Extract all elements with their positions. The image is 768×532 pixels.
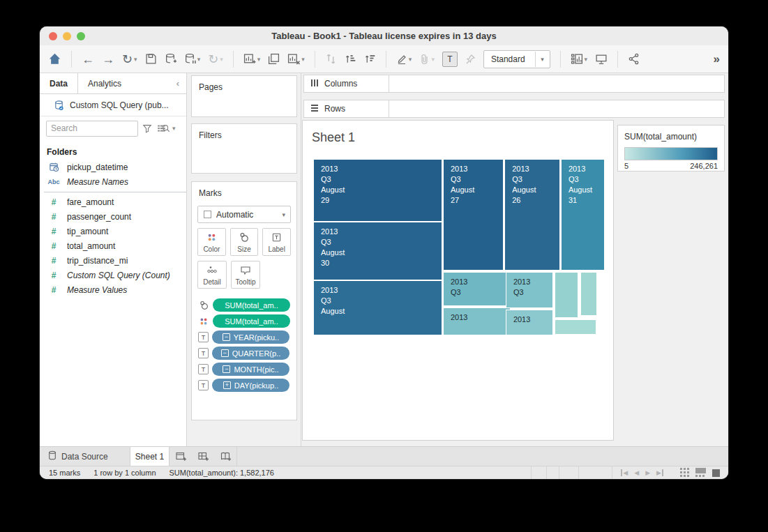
filter-fields-icon[interactable] (142, 123, 152, 133)
treemap-block-label-line: 2013 (512, 164, 559, 174)
sort-descending-button[interactable] (364, 53, 376, 65)
show-filmstrip-icon[interactable] (695, 468, 706, 478)
tab-analytics[interactable]: Analytics (78, 73, 131, 93)
new-story-tab-button[interactable] (214, 447, 236, 466)
treemap-block[interactable]: 2013 (506, 310, 553, 335)
pill-sum-total-amount-size[interactable]: SUM(total_am.. (213, 298, 290, 312)
previous-sheet-button[interactable]: ◀ (634, 469, 639, 476)
field-measure-values[interactable]: # Measure Values (40, 282, 186, 297)
filters-card[interactable]: Filters (191, 123, 297, 174)
new-worksheet-tab-button[interactable] (170, 447, 192, 466)
highlight-button[interactable]: ▾ (396, 54, 412, 65)
new-worksheet-button[interactable]: ▾ (243, 53, 261, 65)
pill-quarter-pickup[interactable]: − QUARTER(p.. (212, 347, 289, 360)
sort-ascending-button[interactable] (345, 53, 356, 65)
tooltip-button[interactable]: Tooltip (231, 261, 260, 289)
show-hide-cards-button[interactable]: ▾ (571, 53, 588, 65)
chevron-down-icon[interactable]: ▾ (172, 125, 176, 132)
show-mark-labels-button[interactable]: T (442, 52, 458, 67)
treemap-block[interactable]: 2013Q3August27 (443, 159, 504, 271)
color-legend[interactable]: SUM(total_amount) 5 246,261 (617, 125, 725, 172)
label-button[interactable]: Label (262, 228, 291, 256)
chevron-down-icon: ▾ (535, 52, 550, 67)
columns-shelf-drop-area[interactable] (389, 75, 725, 93)
marks-card: Marks Automatic ▾ Color Size (191, 181, 297, 420)
redo-button[interactable]: → (102, 53, 114, 66)
view-mode-dropdown[interactable]: Standard ▾ (483, 50, 550, 68)
mark-type-dropdown[interactable]: Automatic ▾ (197, 206, 291, 223)
next-sheet-button[interactable]: ▶ (645, 469, 650, 476)
field-fare-amount[interactable]: # fare_amount (40, 195, 186, 209)
treemap-block[interactable] (555, 272, 578, 318)
size-button[interactable]: Size (230, 228, 259, 256)
undo-button[interactable]: ← (82, 53, 94, 66)
rows-shelf[interactable]: Rows (303, 100, 725, 118)
field-trip-distance[interactable]: # trip_distance_mi (40, 253, 186, 268)
pill-sum-total-amount-color[interactable]: SUM(total_am.. (213, 314, 290, 328)
collapse-pane-button[interactable]: ‹ (170, 73, 186, 93)
treemap-block[interactable] (580, 272, 597, 316)
treemap-block[interactable]: 2013Q3 (443, 272, 511, 306)
field-passenger-count[interactable]: # passenger_count (40, 209, 186, 224)
datasource-connection[interactable]: Custom SQL Query (pub... (40, 94, 186, 116)
toolbar-overflow-button[interactable]: » (714, 52, 720, 66)
duplicate-sheet-button[interactable] (268, 53, 280, 65)
last-sheet-button[interactable]: ▶ (656, 469, 663, 476)
tab-sheet-1[interactable]: Sheet 1 (130, 447, 170, 466)
treemap-block[interactable]: 2013 (443, 307, 511, 335)
treemap-block[interactable]: 2013Q3August31 (561, 159, 605, 271)
detail-button-label: Detail (203, 278, 221, 286)
treemap-block[interactable]: 2013Q3 (506, 272, 553, 308)
presentation-mode-button[interactable] (595, 53, 608, 65)
collapse-hierarchy-icon[interactable]: − (223, 365, 230, 373)
new-datasource-button[interactable] (165, 53, 176, 65)
show-tabs-icon[interactable] (712, 469, 720, 477)
treemap-block-label-line: 2013 (451, 164, 503, 174)
pill-day-pickup[interactable]: + DAY(pickup.. (212, 379, 289, 392)
treemap-block[interactable] (555, 319, 596, 335)
treemap-block-label-line: August (321, 185, 442, 195)
treemap-block[interactable]: 2013Q3August26 (504, 159, 560, 271)
collapse-hierarchy-icon[interactable]: − (223, 333, 230, 341)
field-custom-sql-count[interactable]: # Custom SQL Query (Count) (40, 268, 186, 282)
swap-rows-columns-button[interactable] (325, 53, 337, 65)
tab-data-source[interactable]: Data Source (40, 447, 130, 466)
status-cell (559, 466, 578, 479)
pill-month-pickup[interactable]: − MONTH(pic.. (212, 363, 289, 376)
format-workbook-button[interactable]: ▾ (419, 54, 435, 65)
pause-updates-button[interactable]: ▾ (184, 53, 201, 65)
replay-button[interactable]: ↻▾ (122, 53, 137, 66)
show-sheet-sorter-icon[interactable] (680, 468, 689, 478)
treemap-block[interactable]: 2013Q3August (313, 280, 442, 335)
color-icon (206, 229, 217, 245)
home-icon[interactable] (48, 52, 61, 66)
view-data-grid-icon[interactable] (156, 123, 167, 133)
columns-shelf[interactable]: Columns (303, 75, 725, 93)
fix-axes-button[interactable] (465, 54, 476, 65)
treemap-block-label-line: 2013 (321, 285, 442, 296)
treemap-block[interactable]: 2013Q3August29 (313, 159, 442, 222)
new-dashboard-tab-button[interactable] (192, 447, 214, 466)
collapse-hierarchy-icon[interactable]: − (221, 349, 229, 357)
first-sheet-button[interactable]: ◀ (621, 469, 628, 476)
refresh-datasource-button[interactable]: ↻▾ (208, 53, 223, 66)
treemap-block-label-line: August (569, 185, 604, 195)
save-button[interactable] (145, 53, 157, 65)
pill-label: MONTH(pic.. (234, 365, 278, 374)
field-tip-amount[interactable]: # tip_amount (40, 224, 186, 238)
treemap-block[interactable]: 2013Q3August30 (313, 222, 442, 280)
pages-card[interactable]: Pages (191, 75, 297, 117)
field-measure-names[interactable]: Abc Measure Names (40, 174, 186, 189)
number-field-icon: # (47, 285, 61, 295)
share-button[interactable] (628, 53, 640, 65)
expand-hierarchy-icon[interactable]: + (223, 381, 231, 389)
field-pickup-datetime[interactable]: pickup_datetime (40, 160, 186, 174)
field-total-amount[interactable]: # total_amount (40, 238, 186, 253)
color-button[interactable]: Color (197, 228, 226, 256)
detail-button[interactable]: Detail (197, 261, 227, 289)
clear-sheet-button[interactable]: ▾ (287, 53, 305, 65)
tab-data[interactable]: Data (40, 73, 78, 93)
rows-shelf-drop-area[interactable] (389, 100, 725, 118)
treemap-block-label-line: 30 (321, 258, 442, 268)
pill-year-pickup[interactable]: − YEAR(picku.. (212, 330, 289, 344)
